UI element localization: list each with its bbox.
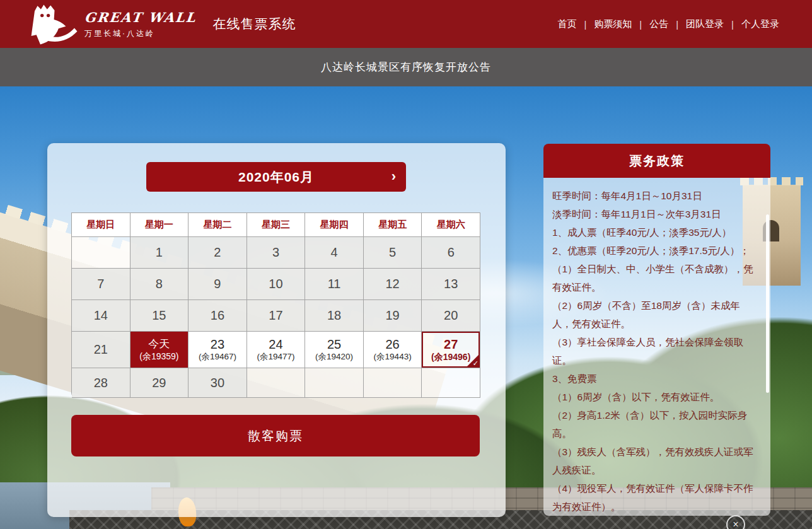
calendar-cell-18: 18 [305,300,364,332]
cell-day-label: 今天 [148,337,170,351]
calendar-cell-13: 13 [422,269,480,300]
greatwall-logo: GREAT WALL 万里长城·八达岭 [21,1,197,47]
calendar-cell-2: 2 [188,237,247,269]
selected-check-icon: ✓ [473,359,478,368]
calendar-cell-empty [422,368,480,398]
logo-brand-sub: 万里长城·八达岭 [84,28,197,39]
policy-line: 1、成人票（旺季40元/人；淡季35元/人） [552,223,759,241]
policy-line: （1）6周岁（含）以下，凭有效证件。 [552,388,759,406]
calendar-cell-24[interactable]: 24(余19477) [247,332,306,368]
nav-item-group-login[interactable]: 团队登录 [680,16,730,33]
cell-remaining-tickets: (余19420) [315,351,353,362]
policy-body: 旺季时间：每年4月1日～10月31日淡季时间：每年11月1日～次年3月31日1、… [543,178,770,516]
cell-day-label: 25 [327,337,341,351]
calendar-cell-20: 20 [422,300,480,332]
individual-ticket-label: 散客购票 [248,427,303,445]
cell-remaining-tickets: (余19477) [257,351,294,362]
policy-line: （4）现役军人，凭有效证件（军人保障卡不作为有效证件）。 [552,479,759,516]
month-label: 2020年06月 [238,168,314,186]
calendar-card: 2020年06月 › 星期日星期一星期二星期三星期四星期五星期六12345678… [47,143,506,517]
nav-item-announcements[interactable]: 公告 [643,16,675,33]
close-icon[interactable]: × [726,515,745,529]
weekday-header: 星期三 [247,213,306,237]
weekday-header: 星期二 [188,213,247,237]
nav-separator: | [675,19,680,30]
logo-brand-text: GREAT WALL [84,9,197,25]
policy-scrollbar-thumb[interactable] [766,214,769,393]
nav-separator: | [638,19,643,30]
policy-line: 3、免费票 [552,369,759,388]
next-month-icon[interactable]: › [392,170,396,183]
calendar-cell-21: 21 [72,332,130,368]
policy-line: （2）身高1.2米（含）以下，按入园时实际身高。 [552,406,759,443]
top-nav: 首页 | 购票须知 | 公告 | 团队登录 | 个人登录 [551,16,786,33]
calendar-cell-selected-27[interactable]: 27(余19496)✓ [422,332,480,368]
cell-day-label: 26 [386,337,400,351]
weekday-header: 星期日 [72,213,130,237]
calendar-cell-17: 17 [247,300,306,332]
calendar-cell-10: 10 [247,269,306,300]
policy-line: 淡季时间：每年11月1日～次年3月31日 [552,205,759,223]
calendar-cell-empty [247,368,306,398]
announcement-text[interactable]: 八达岭长城景区有序恢复开放公告 [321,60,491,74]
policy-line: 2、优惠票（旺季20元/人；淡季17.5元/人）； [552,241,759,260]
nav-item-personal-login[interactable]: 个人登录 [735,16,786,33]
calendar-cell-4: 4 [305,237,364,269]
cell-day-label: 27 [444,337,458,351]
calendar-cell-11: 11 [305,269,364,300]
logo-tower-icon [21,2,82,47]
weekday-header: 星期一 [130,213,189,237]
nav-item-ticket-notice[interactable]: 购票须知 [588,16,638,33]
calendar-cell-1: 1 [130,237,189,269]
logo-texts: GREAT WALL 万里长城·八达岭 [84,9,197,39]
policy-line: （3）享社会保障金人员，凭社会保障金领取证。 [552,333,759,369]
cell-day-label: 24 [269,337,282,351]
calendar-cell-23[interactable]: 23(余19467) [188,332,247,368]
calendar-cell-28: 28 [72,368,130,398]
cell-remaining-tickets: (余19443) [374,351,412,362]
calendar-cell-9: 9 [188,269,247,300]
month-selector[interactable]: 2020年06月 › [146,162,406,192]
policy-title: 票务政策 [629,153,685,170]
nav-separator: | [730,19,735,30]
policy-header: 票务政策 [543,144,770,178]
policy-panel: 票务政策 旺季时间：每年4月1日～10月31日淡季时间：每年11月1日～次年3月… [543,144,770,516]
weekday-header: 星期六 [422,213,480,237]
nav-item-home[interactable]: 首页 [551,16,583,33]
policy-lines: 旺季时间：每年4月1日～10月31日淡季时间：每年11月1日～次年3月31日1、… [552,187,759,516]
calendar-cell-25[interactable]: 25(余19420) [305,332,364,368]
app-header: GREAT WALL 万里长城·八达岭 在线售票系统 首页 | 购票须知 | 公… [0,0,812,48]
calendar-cell-16: 16 [188,300,247,332]
policy-line: （2）6周岁（不含）至18周岁（含）未成年人，凭有效证件。 [552,296,759,333]
calendar-cell-12: 12 [364,269,422,300]
calendar-cell-3: 3 [247,237,306,269]
weekday-header: 星期四 [305,213,364,237]
calendar-cell-6: 6 [422,237,480,269]
calendar-cell-30: 30 [188,368,247,398]
policy-line: （3）残疾人（含军残），凭有效残疾人证或军人残疾证。 [552,443,759,479]
calendar-cell-26[interactable]: 26(余19443) [364,332,422,368]
individual-ticket-button[interactable]: 散客购票 [71,415,480,456]
cell-remaining-tickets: (余19496) [431,351,470,363]
calendar-cell-19: 19 [364,300,422,332]
cell-day-label: 23 [211,337,224,351]
calendar-cell-29: 29 [130,368,189,398]
site-title: 在线售票系统 [213,15,296,33]
calendar-grid: 星期日星期一星期二星期三星期四星期五星期六1234567891011121314… [71,212,480,398]
calendar-cell-empty [364,368,422,398]
cell-remaining-tickets: (余19359) [139,351,178,362]
calendar-cell-empty [72,237,130,269]
calendar-cell-15: 15 [130,300,189,332]
policy-line: 旺季时间：每年4月1日～10月31日 [552,187,759,205]
calendar-cell-7: 7 [72,269,130,300]
nav-separator: | [583,19,588,30]
calendar-cell-today[interactable]: 今天(余19359) [130,332,189,368]
policy-line: （1）全日制大、中、小学生（不含成教），凭有效证件。 [552,260,759,296]
announcement-banner: 八达岭长城景区有序恢复开放公告 [0,48,812,86]
weekday-header: 星期五 [364,213,422,237]
calendar-cell-5: 5 [364,237,422,269]
cell-remaining-tickets: (余19467) [199,351,236,362]
calendar-cell-14: 14 [72,300,130,332]
calendar-cell-empty [305,368,364,398]
calendar-cell-8: 8 [130,269,189,300]
